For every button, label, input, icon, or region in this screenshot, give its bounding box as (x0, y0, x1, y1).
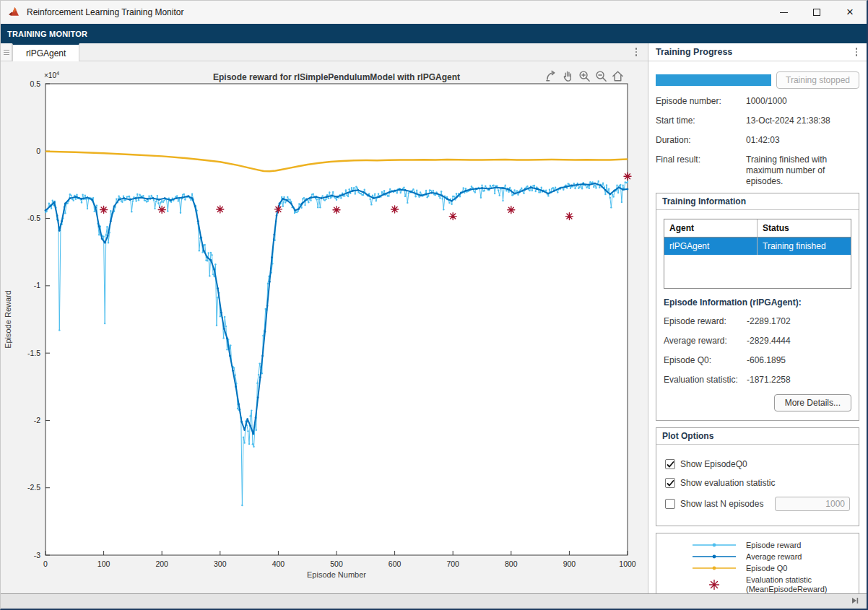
svg-text:900: 900 (563, 559, 576, 568)
maximize-icon (813, 9, 820, 16)
plot-options-body: Show EpisodeQ0 Show evaluation statistic (656, 445, 859, 526)
line-dot-marker-icon (690, 565, 739, 572)
start-time-label: Start time: (656, 116, 746, 126)
svg-text:100: 100 (97, 559, 110, 568)
line-dot-marker-icon (690, 553, 739, 560)
training-information-body: Agent Status rlPGAgent Training finished… (656, 210, 859, 420)
agent-column-header: Agent (664, 219, 758, 237)
evaluation-statistic-label: Evaluation statistic: (664, 375, 747, 385)
svg-text:1000: 1000 (619, 559, 636, 568)
zoom-out-icon[interactable] (594, 69, 608, 83)
legend-item: Episode Q0 (661, 562, 854, 574)
svg-text:500: 500 (330, 559, 343, 568)
collapse-panel-icon[interactable] (851, 595, 859, 608)
final-result-label: Final result: (656, 154, 746, 187)
training-progress-panel: Training Progress Training stopped Episo… (648, 43, 867, 593)
agent-cell: rlPGAgent (664, 238, 758, 255)
legend-label: Episode Q0 (746, 564, 787, 573)
svg-text:800: 800 (505, 559, 518, 568)
show-evaluation-statistic-checkbox[interactable] (665, 478, 675, 488)
svg-text:-2.5: -2.5 (27, 483, 40, 492)
minimize-button[interactable] (767, 1, 800, 24)
show-episodeq0-checkbox[interactable] (665, 459, 675, 469)
tab-grip-icon[interactable] (1, 43, 12, 61)
close-icon: × (846, 9, 854, 16)
episode-information-title: Episode Information (rlPGAgent): (664, 297, 851, 308)
plot-option-row: Show EpisodeQ0 (665, 459, 850, 469)
zoom-in-icon[interactable] (577, 69, 591, 83)
episode-reward-row: Episode reward: -2289.1702 (664, 316, 851, 326)
home-icon[interactable] (610, 69, 625, 83)
panel-body: Training stopped Episode number: 1000/10… (648, 61, 867, 593)
panel-title: Training Progress (656, 47, 732, 57)
last-n-episodes-input[interactable] (775, 497, 850, 511)
final-result-row: Final result: Training finished with max… (656, 154, 859, 187)
more-details-button[interactable]: More Details... (774, 394, 851, 411)
training-information-box: Training Information Agent Status rlPGAg… (656, 193, 859, 421)
svg-text:0.5: 0.5 (30, 79, 40, 88)
average-reward-row: Average reward: -2829.4444 (664, 336, 851, 346)
legend-item: Evaluation statistic(MeanEpisodeReward) (661, 575, 854, 593)
episode-reward-label: Episode reward: (664, 316, 747, 326)
window-controls: × (767, 1, 867, 24)
agent-status-table: Agent Status rlPGAgent Training finished (664, 219, 851, 289)
legend-item: Episode reward (661, 539, 854, 551)
matlab-logo-icon (8, 6, 21, 19)
duration-row: Duration: 01:42:03 (656, 135, 859, 146)
legend-label: Episode reward (746, 541, 801, 550)
svg-text:-1: -1 (34, 281, 40, 289)
episode-q0-value: -606.1895 (747, 355, 786, 365)
status-column-header: Status (758, 219, 851, 237)
training-stopped-button[interactable]: Training stopped (776, 71, 859, 89)
legend-label: Evaluation statistic(MeanEpisodeReward) (746, 575, 828, 593)
show-episodeq0-label: Show EpisodeQ0 (680, 459, 747, 469)
plot-options-box: Plot Options Show EpisodeQ0 (656, 427, 859, 526)
table-row[interactable]: rlPGAgent Training finished (664, 238, 851, 255)
toolstrip: TRAINING MONITOR (1, 24, 867, 43)
plot-option-row: Show last N episodes (665, 497, 850, 511)
episode-number-row: Episode number: 1000/1000 (656, 96, 859, 107)
status-cell: Training finished (758, 238, 851, 255)
svg-text:0: 0 (43, 559, 48, 568)
window-title: Reinforcement Learning Training Monitor (27, 7, 183, 17)
duration-value: 01:42:03 (746, 135, 859, 146)
toolstrip-tab-training-monitor[interactable]: TRAINING MONITOR (1, 30, 87, 38)
maximize-button[interactable] (800, 1, 833, 24)
start-time-row: Start time: 13-Oct-2024 21:38:38 (656, 116, 859, 126)
show-last-n-episodes-label: Show last N episodes (680, 499, 763, 509)
chart-legend: Episode rewardAverage rewardEpisode Q0Ev… (656, 533, 859, 593)
progress-row: Training stopped (656, 71, 859, 89)
vertical-ellipsis-icon (633, 45, 640, 58)
episode-q0-label: Episode Q0: (664, 355, 747, 365)
close-button[interactable]: × (833, 1, 867, 24)
tab-rlpgagent[interactable]: rlPGAgent (12, 43, 79, 61)
duration-label: Duration: (656, 135, 746, 146)
app-window: Reinforcement Learning Training Monitor … (0, 0, 868, 610)
export-icon[interactable] (544, 69, 558, 83)
title-bar: Reinforcement Learning Training Monitor … (1, 1, 867, 24)
training-information-title: Training Information (656, 193, 859, 210)
line-dot-marker-icon (690, 541, 739, 549)
episode-q0-row: Episode Q0: -606.1895 (664, 355, 851, 365)
tab-overflow-menu[interactable] (633, 43, 640, 61)
svg-text:Episode Reward: Episode Reward (4, 290, 12, 349)
panel-menu-icon[interactable] (854, 45, 860, 58)
average-reward-value: -2829.4444 (747, 336, 791, 346)
episode-reward-value: -2289.1702 (747, 316, 791, 326)
show-evaluation-statistic-label: Show evaluation statistic (680, 478, 775, 488)
plot-option-row: Show evaluation statistic (665, 478, 850, 488)
document-tab-bar: rlPGAgent (1, 43, 648, 61)
show-last-n-episodes-checkbox[interactable] (665, 499, 675, 509)
legend-label: Average reward (746, 552, 802, 562)
bottom-status-strip (1, 593, 867, 609)
main-content-row: rlPGAgent 0.50-0.5-1-1.5-2-2.5-301002003… (1, 43, 867, 593)
figure-area: 0.50-0.5-1-1.5-2-2.5-3010020030040050060… (1, 61, 648, 593)
svg-text:200: 200 (155, 559, 168, 568)
evaluation-statistic-row: Evaluation statistic: -1871.2258 (664, 375, 851, 385)
svg-text:700: 700 (446, 559, 459, 568)
svg-text:-3: -3 (34, 551, 40, 559)
pan-icon[interactable] (560, 69, 575, 83)
final-result-value: Training finished with maximum number of… (746, 154, 854, 187)
svg-text:0: 0 (36, 147, 40, 155)
asterisk-marker-icon (690, 579, 739, 591)
